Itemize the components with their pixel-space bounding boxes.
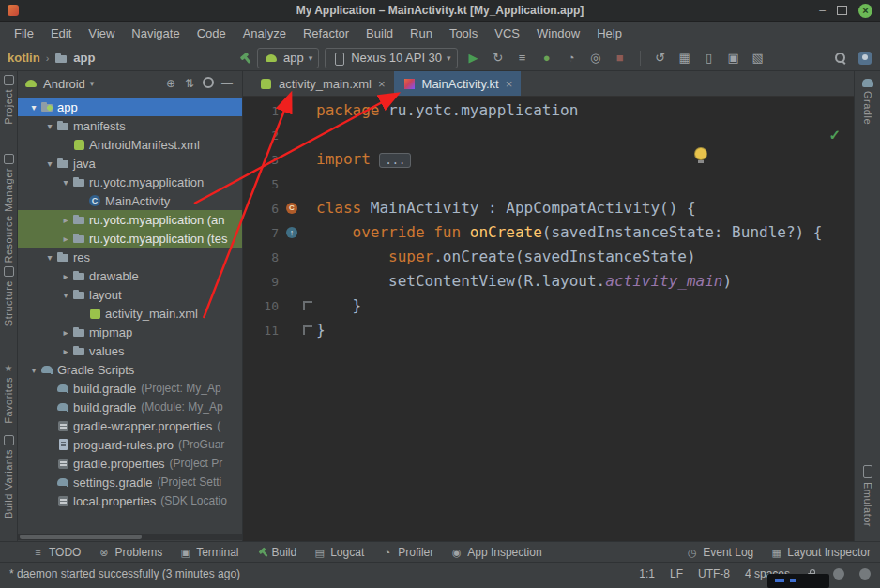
menu-code[interactable]: Code [189,22,235,45]
tree-item-gradle-scripts[interactable]: ▾Gradle Scripts [18,360,242,379]
caret-position[interactable]: 1:1 [639,567,655,580]
code-editor[interactable]: 1package ru.yotc.myapplication23import .… [243,97,854,541]
build-hammer-icon[interactable] [238,52,251,65]
restore-button[interactable] [837,6,847,15]
tree-toggle-icon[interactable]: ▾ [27,102,40,113]
layout-validation-icon[interactable]: ▦ [675,51,695,65]
strip-build-variants[interactable]: Build Variants [0,435,17,519]
tree-item-manifests[interactable]: ▾manifests [18,116,242,135]
tool-window-profiler[interactable]: Profiler [381,546,433,559]
menu-vcs[interactable]: VCS [486,22,528,45]
menu-run[interactable]: Run [402,22,441,45]
class-gutter-icon[interactable]: C [286,203,297,214]
menu-build[interactable]: Build [357,22,402,45]
menu-tools[interactable]: Tools [441,22,486,45]
sdk-manager-icon[interactable]: ▣ [723,51,744,65]
tree-item-gradle-wrapper-properties[interactable]: gradle-wrapper.properties( [18,416,242,435]
run-with-coverage-icon[interactable]: ≡ [512,51,533,65]
tree-item-layout[interactable]: ▾layout [18,285,242,304]
file-encoding[interactable]: UTF-8 [698,567,730,580]
tool-window-layout-inspector[interactable]: Layout Inspector [770,546,871,559]
tool-window-problems[interactable]: Problems [98,546,162,559]
tree-toggle-icon[interactable]: ▾ [59,177,72,188]
select-opened-file-icon[interactable]: ⊕ [161,77,180,90]
tree-item-mipmap[interactable]: ▸mipmap [18,323,242,341]
strip-emulator[interactable]: Emulator [855,465,880,527]
menu-refactor[interactable]: Refactor [295,22,357,45]
override-gutter-icon[interactable]: ↑ [286,227,297,238]
attach-debugger-icon[interactable]: ◎ [585,51,606,65]
apply-changes-icon[interactable]: ↻ [488,51,508,65]
tree-toggle-icon[interactable]: ▸ [59,215,72,225]
scrollbar-thumb[interactable] [20,535,142,539]
fold-end-icon[interactable] [303,301,312,310]
strip-structure[interactable]: Structure [0,266,17,326]
expand-collapse-icon[interactable]: ⇅ [180,77,199,90]
tree-toggle-icon[interactable]: ▾ [59,290,72,300]
menu-window[interactable]: Window [528,22,588,45]
tool-window-todo[interactable]: TODO [32,546,81,559]
tab-activity-main-xml[interactable]: activity_main.xml× [250,71,394,96]
fold-end-icon[interactable] [303,325,312,335]
intention-lightbulb-icon[interactable] [695,148,706,159]
debug-icon[interactable]: ● [537,51,557,65]
tool-window-terminal[interactable]: Terminal [179,546,238,559]
menu-view[interactable]: View [80,22,123,45]
tree-item-res[interactable]: ▾res [18,248,242,266]
tree-toggle-icon[interactable]: ▾ [43,158,56,169]
tree-item-build-gradle[interactable]: build.gradle(Module: My_Ap [18,398,242,416]
settings-gear-icon[interactable] [199,77,218,91]
tree-toggle-icon[interactable]: ▸ [59,346,72,356]
device-select[interactable]: Nexus 10 API 30 ▾ [325,48,457,68]
tree-toggle-icon[interactable]: ▸ [59,327,72,338]
tree-item-androidmanifest-xml[interactable]: AndroidManifest.xml [18,135,242,154]
tree-item-gradle-properties[interactable]: gradle.properties(Project Pr [18,454,242,473]
tool-window-logcat[interactable]: Logcat [313,546,364,559]
strip-gradle[interactable]: Gradle [855,79,880,125]
profile-avatar-icon[interactable] [857,51,872,66]
tree-item-settings-gradle[interactable]: settings.gradle(Project Setti [18,473,242,491]
tree-item-ru-yotc-myapplication-an[interactable]: ▸ru.yotc.myapplication (an [18,210,242,229]
close-button[interactable]: × [858,4,872,18]
tree-item-java[interactable]: ▾java [18,154,242,173]
profile-app-icon[interactable]: ◔ [561,51,582,65]
tree-toggle-icon[interactable]: ▾ [43,121,56,131]
minimize-button[interactable]: – [819,5,826,16]
menu-navigate[interactable]: Navigate [123,22,188,45]
menu-file[interactable]: File [6,22,42,45]
run-icon[interactable]: ▶ [463,51,484,65]
sync-gradle-icon[interactable]: ↺ [650,51,671,65]
notifications-icon[interactable] [833,568,844,580]
run-configuration-select[interactable]: app ▾ [257,48,319,68]
tab-mainactivity-kt[interactable]: MainActivity.kt× [394,71,522,96]
menu-analyze[interactable]: Analyze [235,22,295,45]
search-icon[interactable] [833,51,848,66]
strip-favorites[interactable]: ★Favorites [0,364,17,424]
tree-item-drawable[interactable]: ▸drawable [18,266,242,285]
tool-window-event-log[interactable]: Event Log [686,546,753,559]
hide-panel-icon[interactable]: — [218,77,236,90]
strip-project[interactable]: Project [0,75,17,125]
close-icon[interactable]: × [378,77,386,91]
tree-item-local-properties[interactable]: local.properties(SDK Locatio [18,491,242,510]
tree-toggle-icon[interactable]: ▾ [43,252,56,263]
chevron-down-icon[interactable]: ▾ [90,79,95,88]
tree-item-build-gradle[interactable]: build.gradle(Project: My_Ap [18,379,242,398]
tree-toggle-icon[interactable]: ▸ [59,271,72,281]
tool-window-build[interactable]: Build [256,546,297,559]
device-file-explorer-icon[interactable]: ▧ [748,51,768,65]
line-separator[interactable]: LF [670,567,683,580]
project-hscrollbar[interactable] [18,534,242,540]
menu-help[interactable]: Help [588,22,630,45]
tree-item-proguard-rules-pro[interactable]: proguard-rules.pro(ProGuar [18,435,242,454]
avd-manager-icon[interactable]: ▯ [699,51,720,65]
tree-item-app[interactable]: ▾app [18,98,242,116]
tree-toggle-icon[interactable]: ▾ [27,365,40,375]
tree-item-mainactivity[interactable]: MainActivity [18,191,242,210]
tool-window-app-inspection[interactable]: App Inspection [450,546,541,559]
menu-edit[interactable]: Edit [42,22,80,45]
stop-icon[interactable]: ■ [610,51,630,65]
tree-item-ru-yotc-myapplication-tes[interactable]: ▸ru.yotc.myapplication (tes [18,229,242,248]
tree-item-ru-yotc-myapplication[interactable]: ▾ru.yotc.myapplication [18,173,242,191]
breadcrumb-kotlin[interactable]: kotlin [8,51,40,65]
